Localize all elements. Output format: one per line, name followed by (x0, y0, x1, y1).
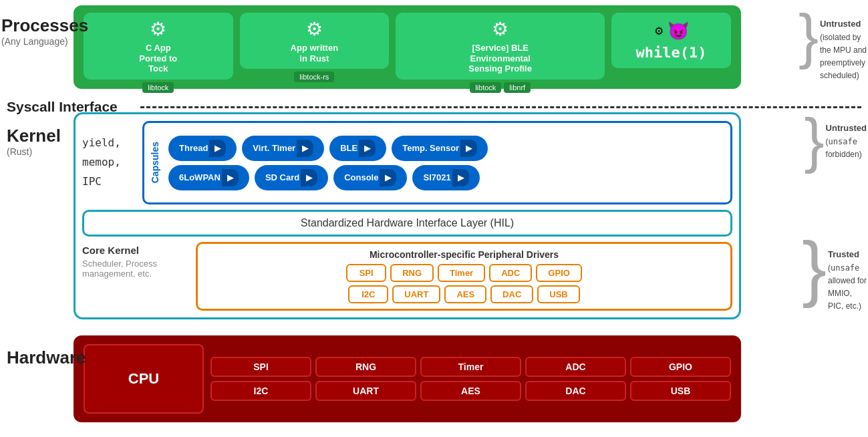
hw-cpu: CPU (84, 344, 204, 414)
while-label: while(1) (636, 44, 707, 61)
hw-grid: SPI RNG Timer ADC GPIO I2C UART AES DAC … (210, 357, 731, 401)
gear-icon-2: ⚙ (306, 18, 323, 40)
periph-spi: SPI (346, 264, 386, 282)
hw-rng: RNG (315, 357, 416, 377)
kernel-untrusted-note-title: Untrusted (826, 123, 867, 133)
capsule-arrow-6: ▶ (301, 169, 317, 186)
app-rust-name: App writtenin Rust (291, 43, 339, 63)
capsule-temp-sensor: Temp. Sensor▶ (392, 136, 488, 161)
hw-gpio: GPIO (630, 357, 731, 377)
hw-timer: Timer (420, 357, 521, 377)
capsule-arrow-5: ▶ (222, 169, 239, 186)
periph-aes: AES (444, 285, 486, 303)
peripheral-title: Microcontroller-specific Peripheral Driv… (206, 249, 722, 260)
app-c-tock-name: C AppPorted toTock (139, 43, 177, 74)
peripheral-row-2: I2C UART AES DAC USB (206, 285, 722, 303)
libtock-label-2: libtock-rs (294, 71, 334, 82)
kernel-trusted-note-title: Trusted (828, 249, 859, 259)
kernel-title: Kernel (7, 126, 61, 146)
capsules-box: Capsules Thread▶ Virt. Timer▶ BLE▶ Temp.… (142, 121, 732, 204)
app-ble: ⚙ [Service] BLEEnvironmentalSensing Prof… (396, 13, 605, 80)
brace-icon-kernel-untrusted: } (805, 115, 825, 166)
gear-icon-1: ⚙ (150, 18, 166, 40)
periph-dac: DAC (490, 285, 533, 303)
app-while: ⚙ 😈 while(1) (611, 13, 731, 68)
brace-icon-processes: } (799, 11, 819, 62)
syscall-ipc: IPC (82, 172, 136, 192)
libtock-label-3a: libtock (470, 82, 501, 93)
kernel-subtitle: (Rust) (7, 146, 61, 157)
processes-annotation: } Untrusted (isolated bythe MPU andpreem… (799, 11, 867, 83)
syscall-line (140, 106, 861, 108)
app-ble-name: [Service] BLEEnvironmentalSensing Profil… (468, 43, 532, 74)
hardware-box: CPU SPI RNG Timer ADC GPIO I2C UART AES … (74, 335, 741, 422)
diagram: Processes (Any Language) ⚙ C AppPorted t… (0, 0, 868, 437)
capsules-row-1: Thread▶ Virt. Timer▶ BLE▶ Temp. Sensor▶ (168, 136, 725, 161)
capsule-virt-timer: Virt. Timer▶ (242, 136, 324, 161)
devil-icon: 😈 (668, 21, 689, 41)
processes-note: Untrusted (isolated bythe MPU andpreempt… (820, 11, 867, 83)
core-kernel-desc: Scheduler, Processmanagement, etc. (82, 259, 189, 279)
hardware-label: Hardware (7, 347, 86, 368)
hw-aes: AES (420, 381, 521, 401)
capsule-arrow-1: ▶ (209, 140, 226, 157)
capsules-row-2: 6LoWPAN▶ SD Card▶ Console▶ SI7021▶ (168, 165, 725, 190)
brace-icon-kernel-trusted: } (802, 236, 827, 299)
capsule-6lowpan: 6LoWPAN▶ (168, 165, 249, 190)
app-c-tock: ⚙ C AppPorted toTock (84, 13, 233, 80)
periph-i2c: I2C (348, 285, 388, 303)
kernel-outer-box: yield, memop, IPC Capsules Thread▶ Virt.… (74, 112, 741, 319)
app-rust: ⚙ App writtenin Rust (240, 13, 390, 69)
capsule-arrow-2: ▶ (297, 140, 313, 157)
libtock-label-1: libtock (142, 82, 174, 93)
capsule-thread: Thread▶ (168, 136, 237, 161)
peripheral-row-1: SPI RNG Timer ADC GPIO (206, 264, 722, 282)
hw-row-2: I2C UART AES DAC USB (210, 381, 731, 401)
processes-title: Processes (1, 15, 88, 36)
core-kernel-left: Core Kernel Scheduler, Processmanagement… (82, 242, 189, 311)
capsules-grid: Thread▶ Virt. Timer▶ BLE▶ Temp. Sensor▶ … (168, 136, 725, 190)
core-kernel-title: Core Kernel (82, 245, 189, 256)
syscall-yield: yield, (82, 134, 136, 153)
while-top: ⚙ 😈 (654, 21, 689, 41)
hil-box: Standardized Hardware Interface Layer (H… (82, 210, 732, 237)
kernel-label: Kernel (Rust) (7, 126, 61, 157)
capsule-ble: BLE▶ (329, 136, 386, 161)
unsafe-forbidden: unsafe (829, 137, 857, 146)
capsule-arrow-8: ▶ (452, 169, 469, 186)
periph-rng: RNG (390, 264, 434, 282)
periph-adc: ADC (489, 264, 532, 282)
kernel-top-row: yield, memop, IPC Capsules Thread▶ Virt.… (82, 121, 732, 204)
hw-adc: ADC (525, 357, 626, 377)
hardware-section: Hardware CPU SPI RNG Timer ADC GPIO I2C … (7, 335, 741, 429)
capsule-si7021: SI7021▶ (412, 165, 479, 190)
peripheral-box: Microcontroller-specific Peripheral Driv… (196, 242, 732, 311)
kernel-syscalls: yield, memop, IPC (82, 121, 136, 204)
kernel-untrusted-annotation: } Untrusted (unsafe forbidden) (805, 115, 867, 166)
capsule-arrow-3: ▶ (359, 140, 376, 157)
hw-uart: UART (315, 381, 416, 401)
processes-subtitle: (Any Language) (1, 36, 88, 47)
hw-row-1: SPI RNG Timer ADC GPIO (210, 357, 731, 377)
capsule-sd-card: SD Card▶ (255, 165, 328, 190)
gear-icon-4: ⚙ (654, 25, 664, 37)
kernel-trusted-annotation: } Trusted (unsafe allowed for MMIO, PIC,… (802, 236, 867, 313)
peripheral-grid: SPI RNG Timer ADC GPIO I2C UART AES DAC … (206, 264, 722, 303)
processes-label: Processes (Any Language) (1, 15, 88, 47)
syscall-memop: memop, (82, 153, 136, 172)
capsules-label: Capsules (150, 142, 160, 183)
unsafe-allowed: unsafe (831, 263, 859, 273)
kernel-trusted-note: Trusted (unsafe allowed for MMIO, PIC, e… (828, 236, 867, 313)
kernel-untrusted-note: Untrusted (unsafe forbidden) (826, 115, 867, 161)
capsule-arrow-7: ▶ (380, 169, 396, 186)
core-row: Core Kernel Scheduler, Processmanagement… (82, 242, 732, 311)
capsule-console: Console▶ (333, 165, 407, 190)
processes-section: Processes (Any Language) ⚙ C AppPorted t… (74, 5, 741, 92)
periph-usb: USB (537, 285, 579, 303)
gear-icon-3: ⚙ (492, 18, 509, 40)
kernel-section: Kernel (Rust) yield, memop, IPC Capsules… (7, 112, 741, 329)
periph-timer: Timer (438, 264, 485, 282)
periph-gpio: GPIO (536, 264, 582, 282)
hw-usb: USB (630, 381, 731, 401)
capsule-arrow-4: ▶ (460, 140, 477, 157)
